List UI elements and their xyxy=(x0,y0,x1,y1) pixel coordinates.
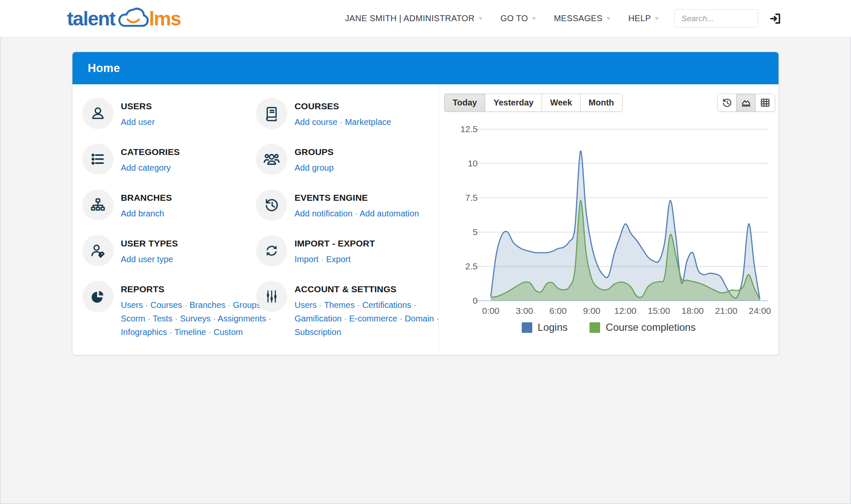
link-separator: · xyxy=(342,314,349,323)
menu-link-users[interactable]: Users xyxy=(121,300,143,310)
tab-yesterday[interactable]: Yesterday xyxy=(485,94,542,111)
menu-item-title: USERS xyxy=(121,101,155,111)
logo-text-talent: talent xyxy=(67,9,115,28)
menu-link-add-automation[interactable]: Add automation xyxy=(359,209,419,218)
menu-link-add-branch[interactable]: Add branch xyxy=(121,209,164,218)
menu-item-groups: GROUPSAdd group xyxy=(256,144,439,175)
tab-week[interactable]: Week xyxy=(542,94,581,111)
menu-links-line: Subscription xyxy=(295,325,439,339)
search-input[interactable] xyxy=(674,9,758,28)
menu-item-title: COURSES xyxy=(295,101,391,111)
link-separator: · xyxy=(355,300,362,310)
menu-links-line: Gamification · E-commerce · Domain · xyxy=(295,312,439,325)
x-tick-label: 15:00 xyxy=(648,306,670,316)
menu-link-add-category[interactable]: Add category xyxy=(121,163,171,172)
nav-item-help[interactable]: HELP xyxy=(629,14,659,23)
area-chart-button[interactable] xyxy=(737,94,756,111)
menu-link-subscription[interactable]: Subscription xyxy=(295,327,341,337)
chevron-down-icon xyxy=(532,17,536,20)
menu-links-line: Add category xyxy=(121,161,180,174)
user-icon xyxy=(82,98,114,129)
y-tick-label: 0 xyxy=(473,296,478,305)
menu-link-add-group[interactable]: Add group xyxy=(295,163,334,172)
talentlms-home-screen: { "navbar": { "logo": { "part1": "talent… xyxy=(0,0,851,504)
nav-item-messages[interactable]: MESSAGES xyxy=(554,14,611,23)
menu-link-courses[interactable]: Courses xyxy=(150,300,182,310)
history-view-button[interactable] xyxy=(718,94,737,111)
menu-links-line: Add branch xyxy=(121,207,172,220)
y-tick-label: 12.5 xyxy=(460,124,478,134)
menu-links-line: Add group xyxy=(295,161,334,174)
talentlms-logo[interactable]: talent lms xyxy=(67,6,181,32)
branches-icon xyxy=(82,189,114,221)
menu-links-line: Scorm · Tests · Surveys · Assignments · xyxy=(121,312,271,325)
chart-view-buttons xyxy=(717,94,775,112)
menu-item-title: ACCOUNT & SETTINGS xyxy=(295,284,439,294)
link-separator: · xyxy=(411,300,416,310)
navbar-items: JANE SMITH | ADMINISTRATORGO TOMESSAGESH… xyxy=(327,14,659,23)
legend-item-course-completions: Course completions xyxy=(590,321,695,333)
menu-link-certifications[interactable]: Certifications xyxy=(362,300,412,310)
cloud-smile-icon xyxy=(114,6,153,30)
tab-today[interactable]: Today xyxy=(445,94,485,111)
x-tick-label: 21:00 xyxy=(715,306,737,316)
menu-links-line: Users · Themes · Certifications · xyxy=(295,298,439,312)
menu-link-add-notification[interactable]: Add notification xyxy=(295,209,353,218)
menu-links-line: Infographics · Timeline · Custom xyxy=(121,325,271,339)
menu-link-timeline[interactable]: Timeline xyxy=(174,327,206,337)
tab-month[interactable]: Month xyxy=(581,94,622,111)
menu-link-export[interactable]: Export xyxy=(326,255,350,264)
list-icon xyxy=(82,144,114,175)
menu-link-custom[interactable]: Custom xyxy=(214,327,243,337)
activity-chart: 02.557.51012.50:003:006:009:0012:0015:00… xyxy=(454,120,774,319)
home-card: Home USERSAdd userCOURSESAdd course · Ma… xyxy=(72,52,779,355)
table-grid-button[interactable] xyxy=(756,94,775,111)
history-icon xyxy=(256,189,287,221)
menu-item-account-settings: ACCOUNT & SETTINGSUsers · Themes · Certi… xyxy=(256,281,439,339)
menu-link-gamification[interactable]: Gamification xyxy=(295,314,342,323)
page-title: Home xyxy=(88,62,120,75)
menu-link-add-user[interactable]: Add user xyxy=(121,117,155,127)
nav-item-go-to[interactable]: GO TO xyxy=(501,14,536,23)
nav-item-label: HELP xyxy=(629,14,651,23)
menu-link-users[interactable]: Users xyxy=(295,300,317,310)
chart-toolbar: TodayYesterdayWeekMonth xyxy=(439,94,779,112)
link-separator: · xyxy=(337,117,345,127)
menu-link-domain[interactable]: Domain xyxy=(405,314,434,323)
time-range-tabs: TodayYesterdayWeekMonth xyxy=(444,94,623,112)
menu-item-title: IMPORT - EXPORT xyxy=(295,238,375,249)
menu-link-themes[interactable]: Themes xyxy=(324,300,355,310)
menu-link-e-commerce[interactable]: E-commerce xyxy=(349,314,397,323)
link-separator: · xyxy=(319,255,326,264)
chevron-down-icon xyxy=(655,17,659,20)
menu-link-add-course[interactable]: Add course xyxy=(295,117,337,127)
x-tick-label: 18:00 xyxy=(681,306,704,316)
activity-chart-panel: TodayYesterdayWeekMonth 02.557.51012.50:… xyxy=(439,84,779,355)
menu-link-infographics[interactable]: Infographics xyxy=(121,327,167,337)
top-navbar: talent lms JANE SMITH | ADMINISTRATORGO … xyxy=(0,0,851,37)
menu-links-line: Add course · Marketplace xyxy=(295,115,391,129)
menu-item-reports: REPORTSUsers · Courses · Branches · Grou… xyxy=(82,281,256,339)
x-tick-label: 6:00 xyxy=(549,306,567,316)
menu-link-branches[interactable]: Branches xyxy=(189,300,225,310)
logout-icon[interactable] xyxy=(768,12,782,25)
people-icon xyxy=(256,144,287,175)
menu-item-title: EVENTS ENGINE xyxy=(295,193,419,203)
menu-link-add-user-type[interactable]: Add user type xyxy=(121,255,173,264)
link-separator: · xyxy=(225,300,233,310)
menu-link-import[interactable]: Import xyxy=(295,255,319,264)
menu-item-users: USERSAdd user xyxy=(82,98,256,129)
admin-shortcuts-menu: USERSAdd userCOURSESAdd course · Marketp… xyxy=(72,84,439,355)
y-tick-label: 7.5 xyxy=(465,193,478,202)
chevron-down-icon xyxy=(478,17,483,20)
menu-link-marketplace[interactable]: Marketplace xyxy=(345,117,391,127)
menu-link-tests[interactable]: Tests xyxy=(153,314,172,323)
nav-item-jane-smith-administrator[interactable]: JANE SMITH | ADMINISTRATOR xyxy=(345,14,483,23)
menu-link-surveys[interactable]: Surveys xyxy=(180,314,211,323)
menu-links-line: Add notification · Add automation xyxy=(295,207,419,220)
menu-item-categories: CATEGORIESAdd category xyxy=(82,144,256,175)
x-tick-label: 12:00 xyxy=(614,306,637,316)
legend-label: Logins xyxy=(538,321,568,333)
link-separator: · xyxy=(172,314,180,323)
menu-link-scorm[interactable]: Scorm xyxy=(121,314,145,323)
